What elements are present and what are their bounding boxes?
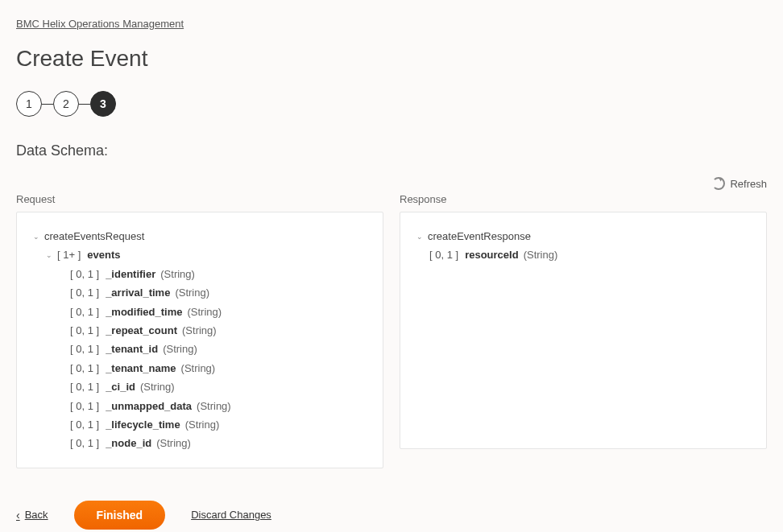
response-schema-panel: ⌄ createEventResponse [ 0, 1 ]resourceId… (400, 212, 767, 449)
schema-field-name: _tenant_name (106, 359, 176, 377)
schema-field-type: (String) (197, 397, 231, 415)
schema-field-row[interactable]: [ 0, 1 ]_repeat_count (String) (33, 321, 367, 340)
schema-field-type: (String) (175, 283, 209, 302)
schema-field-type: (String) (163, 340, 197, 358)
request-schema-panel: ⌄ createEventsRequest ⌄ [ 1+ ] events [ … (16, 212, 383, 468)
step-connector (42, 104, 53, 105)
schema-field-row[interactable]: [ 0, 1 ]_modified_time (String) (33, 303, 367, 321)
schema-field-type: (String) (185, 415, 220, 434)
schema-events-node[interactable]: ⌄ [ 1+ ] events (33, 245, 367, 264)
schema-field-row[interactable]: [ 0, 1 ]_ci_id (String) (33, 377, 367, 396)
request-panel-label: Request (16, 193, 383, 205)
schema-field-type: (String) (160, 265, 195, 283)
schema-cardinality: [ 0, 1 ] (70, 359, 99, 377)
refresh-label: Refresh (730, 178, 767, 190)
schema-root-node[interactable]: ⌄ createEventsRequest (33, 227, 367, 245)
refresh-icon (712, 177, 725, 190)
step-1[interactable]: 1 (16, 91, 42, 117)
schema-field-type: (String) (188, 303, 222, 321)
schema-field-type: (String) (181, 359, 216, 377)
schema-field-type: (String) (182, 321, 217, 340)
chevron-down-icon[interactable]: ⌄ (416, 230, 425, 243)
schema-field-name: _lifecycle_time (106, 415, 180, 434)
step-connector (79, 104, 90, 105)
schema-field-type: (String) (156, 434, 191, 452)
schema-field-name: events (87, 245, 120, 264)
schema-root-node[interactable]: ⌄ createEventResponse (416, 227, 750, 245)
schema-field-name: _arrival_time (106, 283, 170, 302)
schema-cardinality: [ 0, 1 ] (70, 340, 99, 358)
refresh-button[interactable]: Refresh (712, 177, 767, 190)
schema-field-name: _modified_time (106, 303, 182, 321)
schema-cardinality: [ 0, 1 ] (70, 377, 99, 396)
chevron-down-icon[interactable]: ⌄ (46, 249, 54, 262)
chevron-down-icon[interactable]: ⌄ (33, 230, 41, 243)
schema-field-row[interactable]: [ 0, 1 ]_lifecycle_time (String) (33, 415, 367, 434)
schema-field-type: (String) (140, 377, 175, 396)
schema-field-row[interactable]: [ 0, 1 ]resourceId (String) (416, 245, 750, 264)
schema-field-row[interactable]: [ 0, 1 ]_tenant_id (String) (33, 340, 367, 358)
schema-cardinality: [ 0, 1 ] (70, 434, 99, 452)
schema-field-name: _identifier (106, 265, 155, 283)
schema-field-name: _repeat_count (106, 321, 177, 340)
schema-field-name: _ci_id (106, 377, 135, 396)
breadcrumb-link[interactable]: BMC Helix Operations Management (16, 18, 184, 30)
schema-root-name: createEventsRequest (44, 227, 144, 245)
schema-field-row[interactable]: [ 0, 1 ]_arrival_time (String) (33, 283, 367, 302)
schema-field-row[interactable]: [ 0, 1 ]_identifier (String) (33, 265, 367, 283)
schema-cardinality: [ 1+ ] (57, 245, 81, 264)
step-2[interactable]: 2 (53, 91, 79, 117)
schema-cardinality: [ 0, 1 ] (70, 397, 99, 415)
schema-cardinality: [ 0, 1 ] (70, 303, 99, 321)
stepper: 1 2 3 (16, 91, 767, 117)
schema-field-row[interactable]: [ 0, 1 ]_unmapped_data (String) (33, 397, 367, 415)
page-title: Create Event (16, 46, 767, 72)
chevron-left-icon: ‹ (16, 509, 20, 522)
schema-root-name: createEventResponse (428, 227, 531, 245)
schema-field-type: (String) (524, 245, 558, 264)
schema-cardinality: [ 0, 1 ] (70, 265, 99, 283)
schema-field-name: _node_id (106, 434, 151, 452)
schema-cardinality: [ 0, 1 ] (70, 283, 99, 302)
response-panel-label: Response (400, 193, 767, 205)
discard-changes-button[interactable]: Discard Changes (191, 509, 271, 521)
back-label: Back (25, 509, 48, 521)
schema-field-name: _unmapped_data (106, 397, 192, 415)
schema-cardinality: [ 0, 1 ] (70, 321, 99, 340)
back-button[interactable]: ‹ Back (16, 509, 48, 522)
schema-field-row[interactable]: [ 0, 1 ]_node_id (String) (33, 434, 367, 452)
schema-field-row[interactable]: [ 0, 1 ]_tenant_name (String) (33, 359, 367, 377)
schema-cardinality: [ 0, 1 ] (429, 245, 458, 264)
schema-field-name: resourceId (465, 245, 518, 264)
schema-field-name: _tenant_id (106, 340, 158, 358)
section-title: Data Schema: (16, 142, 767, 159)
step-3[interactable]: 3 (90, 91, 116, 117)
schema-cardinality: [ 0, 1 ] (70, 415, 99, 434)
finished-button[interactable]: Finished (74, 501, 166, 530)
